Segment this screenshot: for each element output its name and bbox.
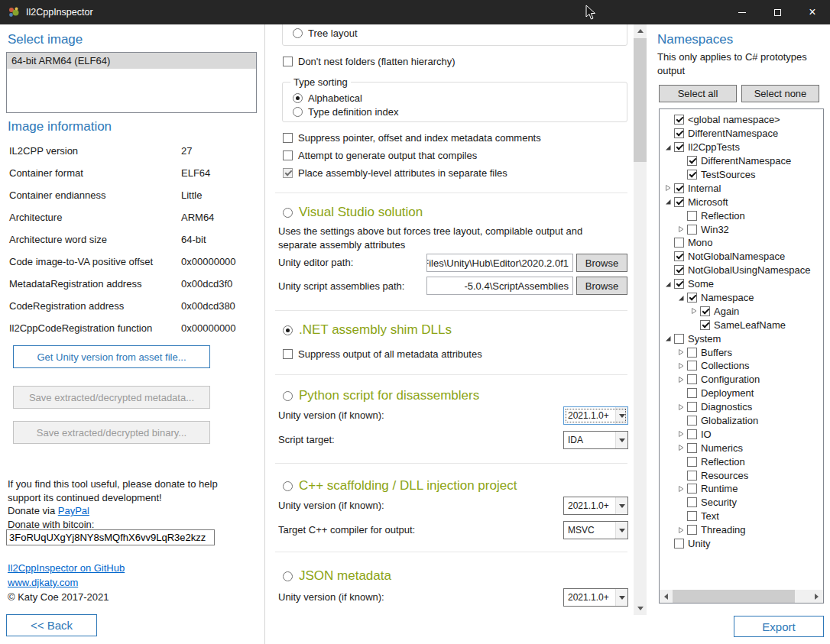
cpp-unity-version-combo[interactable]: 2021.1.0+	[563, 497, 628, 515]
checkbox-icon[interactable]	[687, 402, 697, 412]
tree-row[interactable]: Mono	[660, 236, 823, 250]
tree-row[interactable]: Win32	[660, 222, 823, 236]
checkbox-icon[interactable]	[687, 361, 697, 371]
save-binary-button[interactable]: Save extracted/decrypted binary...	[13, 421, 210, 444]
tree-row[interactable]: DifferentNamespace	[660, 154, 823, 168]
tree-row[interactable]: TestSources	[660, 168, 823, 182]
expander-collapsed-icon[interactable]	[676, 362, 686, 370]
website-link[interactable]: www.djkaty.com	[8, 577, 78, 588]
scroll-down-button[interactable]	[634, 602, 647, 615]
image-listbox[interactable]: 64-bit ARM64 (ELF64)	[6, 52, 257, 113]
checkbox-icon[interactable]	[674, 197, 684, 207]
tree-row[interactable]: Collections	[660, 359, 823, 373]
alphabetical-radio[interactable]: Alphabetical	[293, 92, 362, 104]
expander-expanded-icon[interactable]	[676, 294, 686, 302]
tree-layout-radio[interactable]: Tree layout	[293, 28, 358, 39]
checkbox-icon[interactable]	[687, 388, 697, 398]
python-unity-version-combo[interactable]: 2021.1.0+	[563, 406, 628, 425]
scroll-thumb[interactable]	[634, 38, 647, 162]
checkbox-icon[interactable]	[687, 471, 697, 481]
get-unity-version-button[interactable]: Get Unity version from asset file...	[13, 345, 210, 368]
tree-row[interactable]: Buffers	[660, 345, 823, 359]
option-checkbox[interactable]: Place assembly-level attributes in separ…	[283, 167, 541, 179]
tree-row[interactable]: Internal	[660, 181, 823, 195]
tree-row[interactable]: Again	[660, 304, 823, 318]
tree-row[interactable]: Threading	[660, 523, 823, 537]
unity-editor-path-browse-button[interactable]: Browse	[576, 254, 627, 272]
checkbox-icon[interactable]	[687, 525, 697, 535]
expander-expanded-icon[interactable]	[663, 335, 673, 342]
close-button[interactable]: ×	[795, 0, 830, 24]
checkbox-icon[interactable]	[674, 279, 684, 289]
checkbox-icon[interactable]	[687, 443, 697, 453]
expander-collapsed-icon[interactable]	[676, 225, 686, 233]
tree-row[interactable]: Resources	[660, 468, 823, 482]
tree-row[interactable]: Reflection	[660, 209, 823, 222]
expander-collapsed-icon[interactable]	[676, 444, 686, 451]
json-unity-version-combo[interactable]: 2021.1.0+	[563, 588, 628, 607]
checkbox-icon[interactable]	[674, 334, 684, 344]
unity-editor-path-input[interactable]: Files\Unity\Hub\Editor\2020.2.0f1	[426, 254, 573, 272]
tree-row[interactable]: NotGlobalUsingNamespace	[660, 264, 823, 277]
tree-row[interactable]: SameLeafName	[660, 318, 823, 332]
checkbox-icon[interactable]	[674, 251, 684, 261]
checkbox-icon[interactable]	[687, 484, 697, 494]
flatten-checkbox[interactable]: Don't nest folders (flatten hierarchy)	[283, 56, 456, 67]
maximize-button[interactable]	[760, 0, 795, 24]
expander-collapsed-icon[interactable]	[689, 307, 699, 315]
tree-row[interactable]: DifferentNamespace	[660, 127, 823, 141]
checkbox-icon[interactable]	[674, 183, 684, 193]
checkbox-icon[interactable]	[674, 539, 684, 549]
checkbox-icon[interactable]	[674, 128, 684, 138]
expander-collapsed-icon[interactable]	[676, 403, 686, 411]
tree-row[interactable]: Il2CppTests	[660, 141, 823, 154]
select-none-button[interactable]: Select none	[741, 85, 819, 102]
namespaces-hscrollbar[interactable]	[660, 590, 823, 603]
expander-collapsed-icon[interactable]	[676, 430, 686, 438]
expander-collapsed-icon[interactable]	[676, 485, 686, 493]
checkbox-icon[interactable]	[687, 348, 697, 358]
checkbox-icon[interactable]	[700, 306, 710, 316]
expander-collapsed-icon[interactable]	[676, 348, 686, 356]
select-all-button[interactable]: Select all	[659, 85, 737, 102]
back-button[interactable]: << Back	[6, 614, 97, 636]
option-checkbox[interactable]: Suppress pointer, offset and index metad…	[283, 132, 541, 144]
expander-expanded-icon[interactable]	[663, 280, 673, 288]
checkbox-icon[interactable]	[674, 142, 684, 152]
tree-row[interactable]: NotGlobalNamespace	[660, 250, 823, 264]
tree-row[interactable]: Diagnostics	[660, 400, 823, 414]
checkbox-icon[interactable]	[674, 238, 684, 248]
checkbox-icon[interactable]	[687, 497, 697, 507]
checkbox-icon[interactable]	[687, 225, 697, 235]
tree-row[interactable]: Deployment	[660, 387, 823, 400]
namespaces-tree[interactable]: <global namespace>DifferentNamespaceIl2C…	[659, 108, 824, 604]
scroll-right-button[interactable]	[810, 590, 823, 603]
option-checkbox[interactable]: Attempt to generate output that compiles	[283, 150, 541, 161]
minimize-button[interactable]	[725, 0, 760, 24]
output-scrollbar[interactable]	[634, 24, 647, 615]
checkbox-icon[interactable]	[700, 320, 710, 330]
scroll-left-button[interactable]	[660, 590, 673, 603]
checkbox-icon[interactable]	[674, 265, 684, 275]
checkbox-icon[interactable]	[687, 511, 697, 521]
save-metadata-button[interactable]: Save extracted/decrypted metadata...	[13, 386, 210, 409]
paypal-link[interactable]: PayPal	[58, 505, 89, 516]
image-list-item[interactable]: 64-bit ARM64 (ELF64)	[7, 53, 256, 69]
tree-row[interactable]: Namespace	[660, 291, 823, 305]
checkbox-icon[interactable]	[687, 429, 697, 439]
tree-row[interactable]: Reflection	[660, 455, 823, 468]
tree-row[interactable]: Configuration	[660, 373, 823, 387]
tree-row[interactable]: Security	[660, 496, 823, 510]
tree-row[interactable]: Unity	[660, 537, 823, 551]
expander-collapsed-icon[interactable]	[663, 184, 673, 192]
script-assemblies-path-input[interactable]: -5.0.4\ScriptAssemblies	[426, 277, 573, 295]
cpp-compiler-combo[interactable]: MSVC	[563, 521, 628, 539]
python-script-radio[interactable]: Python script for disassemblers	[283, 388, 479, 403]
tree-row[interactable]: Numerics	[660, 441, 823, 455]
type-definition-index-radio[interactable]: Type definition index	[293, 106, 399, 118]
checkbox-icon[interactable]	[674, 115, 684, 125]
script-assemblies-browse-button[interactable]: Browse	[576, 277, 627, 295]
scroll-up-button[interactable]	[634, 24, 647, 37]
expander-collapsed-icon[interactable]	[676, 526, 686, 534]
vs-solution-radio[interactable]: Visual Studio solution	[283, 205, 423, 220]
